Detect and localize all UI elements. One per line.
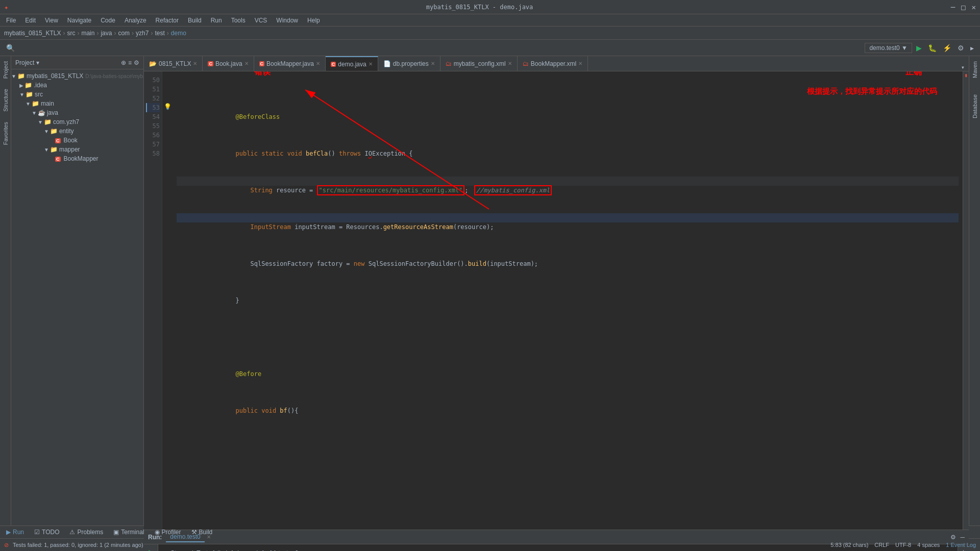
menu-refactor[interactable]: Refactor	[152, 16, 183, 25]
run-minimize-icon[interactable]: ─	[960, 534, 965, 541]
tree-item-mapper[interactable]: ▼ 📁 mapper	[11, 145, 143, 154]
tab-dbprops-icon: 📄	[383, 60, 391, 67]
tab-mybatisconfig[interactable]: 🗂 mybatis_config.xml ✕	[440, 56, 518, 71]
statusbar-indent[interactable]: 4 spaces	[917, 542, 940, 548]
maven-sidebar-label[interactable]: Maven	[971, 58, 979, 81]
code-line-57: @Before	[177, 360, 959, 369]
comment-box: //mybatis_config.xml	[474, 185, 552, 195]
menu-tools[interactable]: Tools	[227, 16, 250, 25]
tree-item-root[interactable]: ▼ 📁 mybatis_0815_KTLX D:\java-baties-spa…	[11, 71, 143, 81]
tab-book[interactable]: C Book.java ✕	[203, 56, 254, 71]
annotation-cuowu: 错误	[254, 71, 271, 77]
breadcrumb-yzh7[interactable]: yzh7	[136, 30, 149, 37]
toolbar-more[interactable]: ▸	[968, 43, 976, 53]
bottom-tab-terminal[interactable]: ▣ Terminal	[109, 528, 148, 537]
statusbar-encoding[interactable]: UTF-8	[895, 542, 911, 548]
menu-window[interactable]: Window	[272, 16, 302, 25]
bottom-tab-problems[interactable]: ⚠ Problems	[65, 528, 107, 537]
debug-button[interactable]: 🐛	[926, 43, 939, 53]
profiler-tab-icon: ◉	[155, 529, 160, 536]
statusbar-lineending[interactable]: CRLF	[874, 542, 889, 548]
sidebar-project-icon[interactable]: Project	[2, 58, 10, 82]
settings-icon[interactable]: ⚙	[134, 59, 139, 66]
tab-mybatisconfig-close[interactable]: ✕	[508, 61, 512, 66]
breadcrumb-com[interactable]: com	[118, 30, 130, 37]
tab-bookmapperxml[interactable]: 🗂 BookMapper.xml ✕	[518, 56, 588, 71]
tab-0815-close[interactable]: ✕	[193, 61, 197, 66]
run-settings-icon[interactable]: ⚙	[950, 534, 956, 541]
menu-build[interactable]: Build	[184, 16, 206, 25]
bottom-tab-todo[interactable]: ☑ TODO	[30, 528, 63, 537]
minimize-button[interactable]: ─	[951, 3, 955, 11]
right-sidebar: Maven Database	[969, 56, 980, 525]
tab-bookmapperxml-close[interactable]: ✕	[578, 61, 582, 66]
tree-item-book[interactable]: ▶ C Book	[11, 136, 143, 145]
database-sidebar-label[interactable]: Database	[971, 91, 979, 121]
tab-0815[interactable]: 📂 0815_KTLX ✕	[144, 56, 203, 71]
code-line-51: public static void befCla() throws IOExc…	[177, 140, 959, 149]
run-error-status-icon: ⊘	[162, 548, 167, 551]
run-tab-icon: ▶	[6, 529, 11, 536]
locate-icon[interactable]: ⊕	[121, 59, 126, 66]
editor-scrollbar[interactable]: ▮	[963, 71, 969, 530]
project-panel: Project ▾ ⊕ ≡ ⚙ ▼ 📁 mybatis_0815_KTLX D:…	[11, 56, 144, 525]
code-line-53: InputStream inputStream = Resources.getR…	[177, 213, 959, 222]
main-content: Project Structure Favorites Project ▾ ⊕ …	[0, 56, 980, 525]
menu-help[interactable]: Help	[303, 16, 324, 25]
tab-bookmapper-close[interactable]: ✕	[316, 61, 320, 66]
menu-analyze[interactable]: Analyze	[120, 16, 151, 25]
menu-code[interactable]: Code	[96, 16, 119, 25]
breadcrumb-src[interactable]: src	[67, 30, 75, 37]
menu-file[interactable]: File	[2, 16, 20, 25]
breadcrumb-java[interactable]: java	[101, 30, 112, 37]
breadcrumb-main[interactable]: main	[81, 30, 94, 37]
todo-tab-label: TODO	[42, 529, 59, 536]
sidebar-favorites-icon[interactable]: Favorites	[2, 119, 10, 148]
tab-bookmapper[interactable]: C BookMapper.java ✕	[254, 56, 326, 71]
tree-item-main[interactable]: ▼ 📁 main	[11, 99, 143, 108]
tab-demo-close[interactable]: ✕	[369, 61, 373, 67]
tree-item-src[interactable]: ▼ 📁 src	[11, 90, 143, 99]
tab-book-close[interactable]: ✕	[244, 61, 249, 66]
close-button[interactable]: ✕	[972, 3, 976, 11]
tab-demo[interactable]: C demo.java ✕	[326, 56, 378, 71]
statusbar-eventlog[interactable]: 1 Event Log	[946, 542, 976, 548]
run-play-icon[interactable]: ▶	[146, 546, 156, 551]
bottom-tab-run[interactable]: ▶ Run	[2, 528, 28, 537]
breadcrumb-root[interactable]: mybatis_0815_KTLX	[4, 30, 61, 37]
tree-item-bookmapper[interactable]: ▶ C BookMapper	[11, 154, 143, 163]
run-config-dropdown[interactable]: demo.test0 ▼	[865, 43, 912, 53]
tab-dbprops[interactable]: 📄 db.properties ✕	[378, 56, 440, 71]
collapse-icon[interactable]: ≡	[128, 59, 132, 66]
gutter-bulb[interactable]: 💡	[162, 103, 173, 112]
statusbar-right: 5:83 (82 chars) CRLF UTF-8 4 spaces 1 Ev…	[830, 542, 976, 548]
tab-mybatisconfig-icon: 🗂	[446, 60, 452, 67]
breadcrumb-demo[interactable]: demo	[171, 30, 186, 37]
menu-edit[interactable]: Edit	[21, 16, 40, 25]
search-everywhere-button[interactable]: 🔍	[4, 43, 17, 53]
breadcrumb-test[interactable]: test	[155, 30, 164, 37]
tabs-overflow-icon[interactable]: ▾	[957, 64, 969, 71]
menu-view[interactable]: View	[41, 16, 62, 25]
todo-tab-icon: ☑	[34, 529, 40, 536]
statusbar-position[interactable]: 5:83 (82 chars)	[830, 542, 868, 548]
run-button[interactable]: ▶	[914, 43, 924, 53]
code-content[interactable]: @BeforeClass public static void befCla()…	[173, 71, 963, 530]
tree-item-entity[interactable]: ▼ 📁 entity	[11, 127, 143, 136]
tab-dbprops-close[interactable]: ✕	[431, 61, 435, 66]
gutter: 💡	[162, 71, 173, 530]
tree-item-idea[interactable]: ▶ 📁 .idea	[11, 81, 143, 90]
toolbar-settings[interactable]: ⚙	[955, 43, 966, 53]
project-header: Project ▾ ⊕ ≡ ⚙	[11, 56, 143, 69]
maximize-button[interactable]: □	[961, 3, 965, 11]
menu-navigate[interactable]: Navigate	[63, 16, 95, 25]
tree-item-com-yzh7[interactable]: ▼ 📁 com.yzh7	[11, 117, 143, 127]
menu-run[interactable]: Run	[207, 16, 226, 25]
sidebar-structure-icon[interactable]: Structure	[2, 86, 10, 115]
coverage-button[interactable]: ⚡	[941, 43, 953, 53]
profiler-tab-label: Profiler	[162, 529, 181, 536]
menu-vcs[interactable]: VCS	[251, 16, 272, 25]
app-logo: ✦	[4, 3, 8, 11]
code-line-55: }	[177, 287, 959, 296]
tree-item-java[interactable]: ▼ ☕ java	[11, 108, 143, 117]
